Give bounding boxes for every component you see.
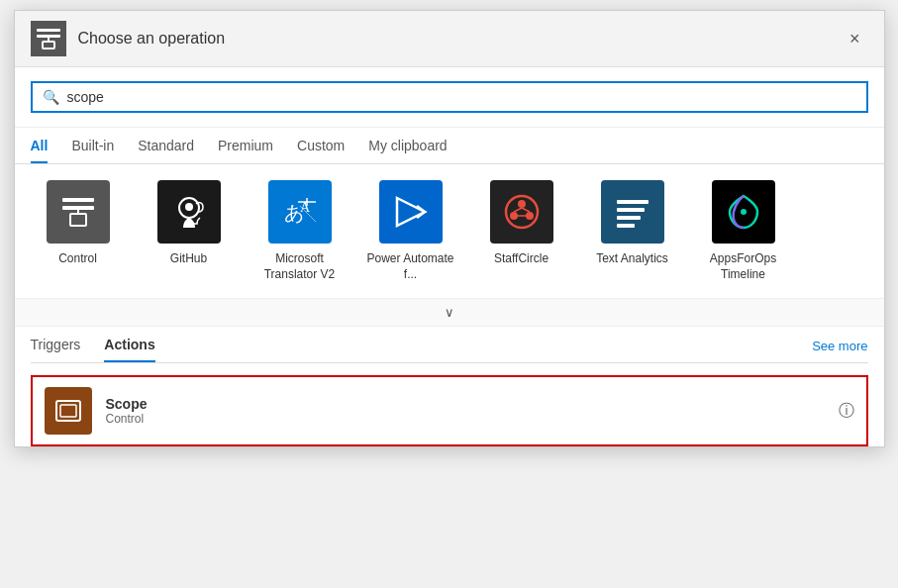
svg-rect-25 xyxy=(617,224,635,228)
main-tabs: All Built-in Standard Premium Custom My … xyxy=(15,128,884,164)
result-info-icon[interactable]: ⓘ xyxy=(839,401,854,422)
connector-appsforops-label: AppsForOps Timeline xyxy=(696,251,791,282)
search-icon: 🔍 xyxy=(43,89,59,105)
sub-tab-actions[interactable]: Actions xyxy=(104,337,154,362)
tab-standard[interactable]: Standard xyxy=(138,138,194,163)
connector-powerautomate[interactable]: Power Automate f... xyxy=(363,180,458,282)
connector-github-label: GitHub xyxy=(170,251,207,267)
tab-premium[interactable]: Premium xyxy=(218,138,273,163)
connector-control-icon xyxy=(47,180,110,244)
svg-rect-1 xyxy=(37,35,60,38)
svg-rect-22 xyxy=(617,200,649,204)
svg-rect-28 xyxy=(60,405,76,417)
see-more-link[interactable]: See more xyxy=(812,339,867,361)
search-box: 🔍 xyxy=(31,81,868,113)
connector-staffcircle[interactable]: StaffCircle xyxy=(474,180,569,282)
connector-github[interactable]: GitHub xyxy=(142,180,237,282)
actions-area: Triggers Actions See more Scope Control … xyxy=(15,327,884,446)
connector-appsforops[interactable]: AppsForOps Timeline xyxy=(696,180,791,282)
svg-rect-4 xyxy=(62,198,94,202)
tab-custom[interactable]: Custom xyxy=(297,138,345,163)
svg-point-26 xyxy=(741,209,747,215)
svg-rect-5 xyxy=(62,206,94,210)
tab-builtin[interactable]: Built-in xyxy=(71,138,114,163)
svg-line-19 xyxy=(522,208,530,212)
connector-mstranslator-icon: あ A xyxy=(268,180,332,244)
result-scope-icon xyxy=(45,387,92,435)
connector-textanalytics-label: Text Analytics xyxy=(596,251,668,267)
dialog-icon xyxy=(31,21,66,56)
sub-tabs-bar: Triggers Actions See more xyxy=(31,327,868,363)
svg-point-9 xyxy=(185,203,193,211)
connector-mstranslator-label: Microsoft Translator V2 xyxy=(252,251,348,282)
svg-marker-14 xyxy=(397,198,425,226)
connector-control-label: Control xyxy=(58,251,97,267)
expand-row[interactable]: ∨ xyxy=(15,299,884,327)
choose-operation-dialog: Choose an operation × 🔍 All Built-in Sta… xyxy=(14,10,885,447)
search-area: 🔍 xyxy=(15,67,884,128)
connector-staffcircle-icon xyxy=(490,180,553,244)
close-button[interactable]: × xyxy=(842,25,868,53)
connector-textanalytics[interactable]: Text Analytics xyxy=(585,180,680,282)
result-subtitle: Control xyxy=(106,412,825,426)
connectors-grid: Control GitHub xyxy=(31,180,868,282)
dialog-title: Choose an operation xyxy=(78,30,226,48)
svg-rect-2 xyxy=(43,42,54,49)
result-title: Scope xyxy=(106,396,825,412)
svg-rect-0 xyxy=(37,29,60,32)
tab-all[interactable]: All xyxy=(31,138,49,163)
connector-control[interactable]: Control xyxy=(31,180,126,282)
tab-myclipboard[interactable]: My clipboard xyxy=(368,138,447,163)
expand-icon: ∨ xyxy=(445,305,454,320)
result-info: Scope Control xyxy=(106,396,825,426)
sub-tabs-left: Triggers Actions xyxy=(31,337,155,362)
connector-appsforops-icon xyxy=(712,180,775,244)
result-item-scope[interactable]: Scope Control ⓘ xyxy=(31,375,868,446)
svg-rect-23 xyxy=(617,208,645,212)
svg-line-20 xyxy=(514,208,522,212)
connectors-area: Control GitHub xyxy=(15,164,884,299)
connector-staffcircle-label: StaffCircle xyxy=(494,251,549,267)
search-input[interactable] xyxy=(67,89,856,105)
connector-powerautomate-label: Power Automate f... xyxy=(363,251,458,282)
connector-textanalytics-icon xyxy=(601,180,664,244)
svg-rect-24 xyxy=(617,216,641,220)
title-bar: Choose an operation × xyxy=(15,11,884,67)
connector-mstranslator[interactable]: あ A Microsoft Translator V2 xyxy=(252,180,348,282)
connector-powerautomate-icon xyxy=(379,180,443,244)
connector-github-icon xyxy=(157,180,221,244)
sub-tab-triggers[interactable]: Triggers xyxy=(31,337,81,362)
svg-point-16 xyxy=(518,200,526,208)
title-bar-left: Choose an operation xyxy=(31,21,226,56)
svg-rect-6 xyxy=(70,214,86,226)
